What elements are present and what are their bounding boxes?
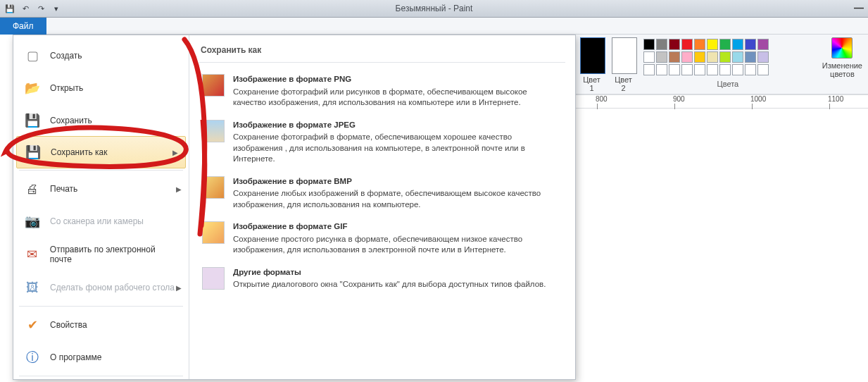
file-menu-item-label: Сохранить как bbox=[51, 147, 107, 157]
title-bar: 💾 ↶ ↷ ▾ Безымянный - Paint — bbox=[0, 0, 868, 18]
palette-swatch[interactable] bbox=[656, 51, 667, 63]
palette-swatch[interactable] bbox=[643, 39, 655, 50]
palette-swatch[interactable] bbox=[732, 39, 743, 50]
format-icon bbox=[202, 74, 225, 97]
format-title: Изображение в формате PNG bbox=[233, 74, 562, 85]
palette-swatch[interactable] bbox=[745, 64, 756, 75]
ruler-tick-label: 900 bbox=[673, 95, 685, 103]
palette-swatch[interactable] bbox=[732, 51, 743, 63]
file-menu: ▢Создать📂Открыть💾Сохранить💾Сохранить как… bbox=[13, 35, 576, 380]
qat-customize-icon[interactable]: ▾ bbox=[49, 1, 63, 16]
color2-button[interactable]: Цвет 2 bbox=[608, 35, 639, 94]
color2-swatch bbox=[612, 37, 637, 74]
qat-undo-icon[interactable]: ↶ bbox=[18, 1, 32, 16]
file-menu-item-desk: 🖼Сделать фоном рабочего стола▶ bbox=[13, 271, 189, 304]
color2-label: Цвет 2 bbox=[615, 75, 632, 92]
save-as-format-option[interactable]: Изображение в формате JPEGСохранение фот… bbox=[199, 114, 565, 171]
palette-swatch[interactable] bbox=[707, 64, 718, 75]
desk-icon: 🖼 bbox=[23, 278, 42, 297]
palette-swatch[interactable] bbox=[694, 39, 705, 50]
color1-button[interactable]: Цвет 1 bbox=[576, 35, 608, 94]
color1-label: Цвет 1 bbox=[583, 75, 600, 92]
save-as-format-option[interactable]: Изображение в формате PNGСохранение фото… bbox=[199, 68, 565, 114]
palette-swatch[interactable] bbox=[643, 51, 655, 63]
ribbon-colors-group: Цвет 1 Цвет 2 Цвета Изменение цветов bbox=[576, 35, 868, 94]
ruler-tick-label: 1000 bbox=[750, 95, 766, 103]
palette-swatch[interactable] bbox=[681, 64, 693, 75]
file-menu-item-save[interactable]: 💾Сохранить bbox=[13, 104, 189, 137]
file-menu-item-label: Со сканера или камеры bbox=[50, 216, 144, 226]
format-description: Открытие диалогового окна "Сохранить как… bbox=[233, 279, 546, 290]
saveas-icon: 💾 bbox=[24, 143, 42, 161]
save-as-format-option[interactable]: Изображение в формате BMPСохранение любы… bbox=[199, 171, 565, 216]
file-menu-item-print[interactable]: 🖨Печать▶ bbox=[13, 173, 189, 205]
palette-swatch[interactable] bbox=[719, 39, 731, 50]
file-menu-item-open[interactable]: 📂Открыть bbox=[13, 72, 189, 104]
palette-swatch[interactable] bbox=[719, 64, 731, 75]
mail-icon: ✉ bbox=[23, 245, 42, 264]
format-description: Сохранение любых изображений в формате, … bbox=[233, 188, 562, 210]
format-title: Другие форматы bbox=[233, 267, 546, 278]
menu-separator bbox=[19, 376, 183, 376]
window-title: Безымянный - Paint bbox=[396, 4, 473, 13]
palette-swatch[interactable] bbox=[707, 39, 718, 50]
format-icon bbox=[202, 176, 225, 199]
palette-swatch[interactable] bbox=[719, 51, 731, 63]
ribbon-tab-area bbox=[46, 18, 868, 35]
edit-colors-label: Изменение цветов bbox=[822, 61, 862, 78]
file-menu-item-label: Отправить по электронной почте bbox=[50, 245, 179, 264]
file-menu-item-label: Открыть bbox=[50, 83, 83, 93]
save-as-format-option[interactable]: Другие форматыОткрытие диалогового окна … bbox=[199, 261, 565, 296]
file-menu-item-mail[interactable]: ✉Отправить по электронной почте bbox=[13, 238, 189, 271]
palette-swatch[interactable] bbox=[694, 64, 705, 75]
format-title: Изображение в формате BMP bbox=[233, 176, 562, 187]
palette-swatch[interactable] bbox=[757, 64, 769, 75]
file-menu-item-new[interactable]: ▢Создать bbox=[13, 39, 189, 72]
save-icon: 💾 bbox=[23, 111, 42, 130]
format-title: Изображение в формате GIF bbox=[233, 221, 562, 233]
qat-redo-icon[interactable]: ↷ bbox=[34, 1, 48, 16]
format-icon bbox=[202, 267, 225, 290]
palette-swatch[interactable] bbox=[669, 39, 680, 50]
format-description: Сохранение фотографий или рисунков в фор… bbox=[233, 87, 562, 109]
edit-colors-button[interactable]: Изменение цветов bbox=[817, 35, 868, 94]
file-menu-item-prop[interactable]: ✔Свойства bbox=[13, 309, 189, 341]
minimize-button[interactable]: — bbox=[854, 2, 864, 13]
palette-swatch[interactable] bbox=[757, 51, 769, 63]
palette-swatch[interactable] bbox=[745, 51, 756, 63]
file-tab[interactable]: Файл bbox=[0, 18, 46, 35]
file-menu-item-saveas[interactable]: 💾Сохранить как▶ bbox=[16, 136, 186, 168]
ribbon-tab-row: Файл bbox=[0, 18, 868, 35]
submenu-arrow-icon: ▶ bbox=[176, 284, 182, 292]
rainbow-icon bbox=[831, 37, 853, 58]
palette-swatch[interactable] bbox=[745, 39, 756, 50]
file-menu-item-label: О программе bbox=[50, 352, 101, 362]
submenu-arrow-icon: ▶ bbox=[172, 149, 178, 156]
palette-swatch[interactable] bbox=[707, 51, 718, 63]
palette-swatch[interactable] bbox=[643, 64, 655, 75]
prop-icon: ✔ bbox=[23, 316, 42, 334]
file-menu-item-label: Сделать фоном рабочего стола bbox=[50, 283, 175, 292]
scan-icon: 📷 bbox=[23, 212, 42, 230]
ruler-tick-label: 1100 bbox=[828, 95, 843, 103]
file-menu-item-exit[interactable]: 📄Выход bbox=[13, 378, 189, 382]
palette-swatch[interactable] bbox=[681, 39, 693, 50]
palette-swatch[interactable] bbox=[669, 51, 680, 63]
format-description: Сохранение фотографий в формате, обеспеч… bbox=[233, 132, 562, 165]
palette-swatch[interactable] bbox=[656, 64, 667, 75]
format-icon bbox=[202, 221, 225, 244]
file-menu-item-label: Создать bbox=[50, 51, 82, 61]
qat-save-icon[interactable]: 💾 bbox=[3, 1, 17, 16]
file-menu-right-pane: Сохранить как Изображение в формате PNGС… bbox=[189, 35, 575, 379]
save-as-format-option[interactable]: Изображение в формате GIFСохранение прос… bbox=[199, 216, 565, 261]
palette-swatch[interactable] bbox=[669, 64, 680, 75]
file-menu-item-about[interactable]: ⓘО программе bbox=[13, 341, 189, 374]
format-icon bbox=[202, 120, 225, 142]
palette-swatch[interactable] bbox=[681, 51, 693, 63]
colors-group-label: Цвета bbox=[639, 80, 817, 88]
palette-swatch[interactable] bbox=[656, 39, 667, 50]
palette-swatch[interactable] bbox=[694, 51, 705, 63]
palette-swatch[interactable] bbox=[757, 39, 769, 50]
horizontal-ruler: 80090010001100 bbox=[576, 94, 868, 109]
palette-swatch[interactable] bbox=[732, 64, 743, 75]
